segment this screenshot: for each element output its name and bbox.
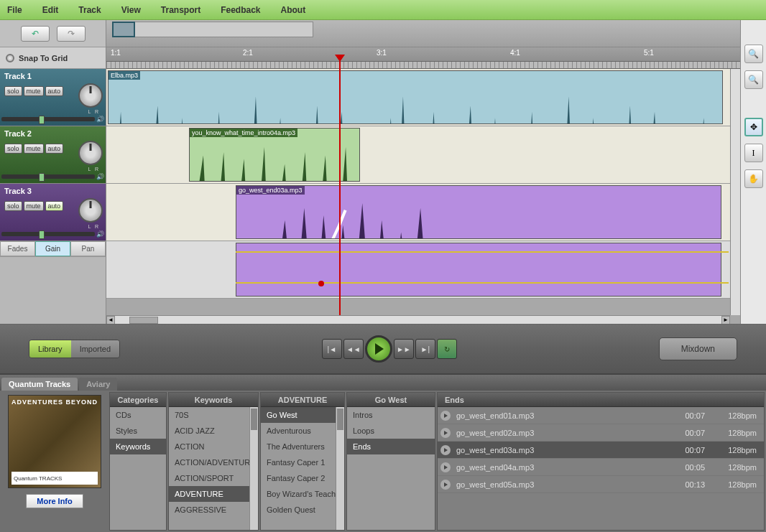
list-item[interactable]: ADVENTURE (169, 486, 249, 502)
forward-icon[interactable]: ►► (394, 339, 414, 359)
menu-edit[interactable]: Edit (42, 5, 59, 15)
move-tool-icon[interactable]: ✥ (744, 118, 763, 136)
scroll-thumb[interactable] (129, 317, 158, 324)
list-item[interactable]: Ends (347, 439, 435, 454)
list-item[interactable]: ACTION/ADVENTURE (169, 454, 249, 470)
automation-lane[interactable] (106, 241, 730, 299)
column-scrollbar[interactable] (249, 407, 258, 530)
mute-button[interactable]: mute (24, 86, 44, 96)
volume-slider[interactable] (1, 232, 95, 236)
time-ruler[interactable]: 1:1 2:1 3:1 4:1 5:1 (106, 47, 740, 62)
redo-button[interactable]: ↷ (57, 26, 86, 42)
pan-button[interactable]: Pan (70, 241, 106, 256)
list-item[interactable]: Adventurous (261, 423, 336, 439)
list-item[interactable]: Go West (261, 407, 336, 423)
mixdown-button[interactable]: Mixdown (659, 337, 737, 360)
list-item[interactable]: 70S (169, 407, 249, 423)
snap-radio-icon[interactable] (6, 54, 14, 62)
overview-viewport[interactable] (112, 22, 135, 37)
preview-play-icon[interactable] (440, 480, 451, 490)
solo-button[interactable]: solo (4, 144, 22, 154)
volume-slider[interactable] (1, 174, 95, 179)
pan-knob[interactable] (78, 198, 103, 223)
zoom-out-icon[interactable]: 🔍 (744, 70, 763, 89)
auto-button[interactable]: auto (45, 86, 64, 96)
horizontal-scrollbar[interactable]: ◄ ► (106, 315, 730, 324)
menu-transport[interactable]: Transport (161, 5, 200, 15)
file-row[interactable]: go_west_end04a.mp3 00:05 128bpm (438, 459, 764, 476)
column-scrollbar[interactable] (336, 407, 344, 530)
solo-button[interactable]: solo (4, 86, 22, 96)
play-button[interactable] (365, 335, 392, 363)
list-item[interactable]: CDs (110, 407, 166, 423)
file-row[interactable]: go_west_end05a.mp3 00:13 128bpm (438, 476, 764, 493)
auto-button[interactable]: auto (45, 201, 64, 211)
automation-point[interactable] (318, 281, 324, 286)
menu-file[interactable]: File (7, 5, 22, 15)
select-tool-icon[interactable]: I (744, 144, 763, 162)
audio-clip[interactable]: Elba.mp3 (108, 70, 723, 124)
loop-icon[interactable]: ↻ (437, 339, 457, 359)
timeline-overview[interactable] (106, 20, 740, 47)
menu-feedback[interactable]: Feedback (221, 5, 260, 15)
preview-play-icon[interactable] (440, 411, 451, 421)
list-item[interactable]: AGGRESSIVE (169, 502, 249, 518)
tab-aviary[interactable]: Aviary (79, 378, 117, 391)
list-item[interactable]: Intros (347, 407, 435, 423)
zoom-in-icon[interactable]: 🔍 (744, 45, 763, 63)
playhead[interactable] (339, 60, 341, 315)
library-tab-button[interactable]: Library (29, 340, 71, 358)
track-header-3[interactable]: Track 3 solo mute auto L R 🔊 (0, 184, 106, 241)
hand-tool-icon[interactable]: ✋ (744, 169, 763, 188)
file-row[interactable]: go_west_end01a.mp3 00:07 128bpm (438, 407, 764, 424)
list-item[interactable]: Golden Quest (261, 502, 336, 518)
gain-button[interactable]: Gain (35, 241, 70, 256)
list-item[interactable]: ACID JAZZ (169, 423, 249, 439)
list-item[interactable]: Styles (110, 423, 166, 439)
track-lane-1[interactable]: Elba.mp3 (106, 69, 730, 126)
scroll-left-icon[interactable]: ◄ (106, 316, 115, 325)
scroll-right-icon[interactable]: ► (721, 316, 730, 325)
skip-start-icon[interactable]: |◄ (322, 339, 342, 359)
list-item[interactable]: Fantasy Caper 1 (261, 454, 336, 470)
list-item[interactable]: Loops (347, 423, 435, 439)
vertical-scrollbar[interactable] (730, 69, 740, 315)
mute-button[interactable]: mute (24, 201, 44, 211)
list-item[interactable]: Boy Wizard's Teacher (261, 486, 336, 502)
menu-track[interactable]: Track (78, 5, 101, 15)
pan-knob[interactable] (78, 83, 103, 108)
audio-clip[interactable]: go_west_end03a.mp3 (236, 185, 721, 239)
snap-to-grid-row[interactable]: Snap To Grid (0, 47, 106, 69)
skip-end-icon[interactable]: ►| (415, 339, 435, 359)
list-item[interactable]: ACTION (169, 439, 249, 454)
rewind-icon[interactable]: ◄◄ (343, 339, 364, 359)
track-header-2[interactable]: Track 2 solo mute auto L R 🔊 (0, 126, 106, 184)
track-lane-3[interactable]: go_west_end03a.mp3 (106, 184, 730, 241)
menu-about[interactable]: About (281, 5, 306, 15)
preview-play-icon[interactable] (440, 428, 451, 438)
mute-button[interactable]: mute (24, 144, 44, 154)
file-row[interactable]: go_west_end02a.mp3 00:07 128bpm (438, 424, 764, 442)
preview-play-icon[interactable] (440, 462, 451, 472)
list-item[interactable]: The Adventurers (261, 439, 336, 454)
fades-button[interactable]: Fades (0, 241, 35, 256)
automation-line[interactable] (236, 282, 729, 284)
file-row[interactable]: go_west_end03a.mp3 00:07 128bpm (438, 442, 764, 459)
undo-button[interactable]: ↶ (21, 26, 50, 42)
list-item[interactable]: ACTION/SPORT (169, 470, 249, 486)
preview-play-icon[interactable] (440, 445, 451, 455)
auto-button[interactable]: auto (45, 144, 64, 154)
volume-slider[interactable] (1, 117, 95, 121)
automation-line[interactable] (236, 251, 729, 253)
list-item[interactable]: Fantasy Caper 2 (261, 470, 336, 486)
menu-view[interactable]: View (121, 5, 141, 15)
imported-tab-button[interactable]: Imported (71, 340, 119, 358)
solo-button[interactable]: solo (4, 201, 22, 211)
list-item[interactable]: Keywords (110, 439, 166, 454)
track-lane-2[interactable]: you_know_what_time_intro04a.mp3 (106, 126, 730, 184)
more-info-button[interactable]: More Info (26, 494, 83, 508)
tab-quantum[interactable]: Quantum Tracks (1, 378, 78, 391)
track-header-1[interactable]: Track 1 solo mute auto L R 🔊 (0, 69, 106, 126)
pan-knob[interactable] (78, 141, 103, 165)
audio-clip[interactable]: you_know_what_time_intro04a.mp3 (189, 128, 360, 182)
